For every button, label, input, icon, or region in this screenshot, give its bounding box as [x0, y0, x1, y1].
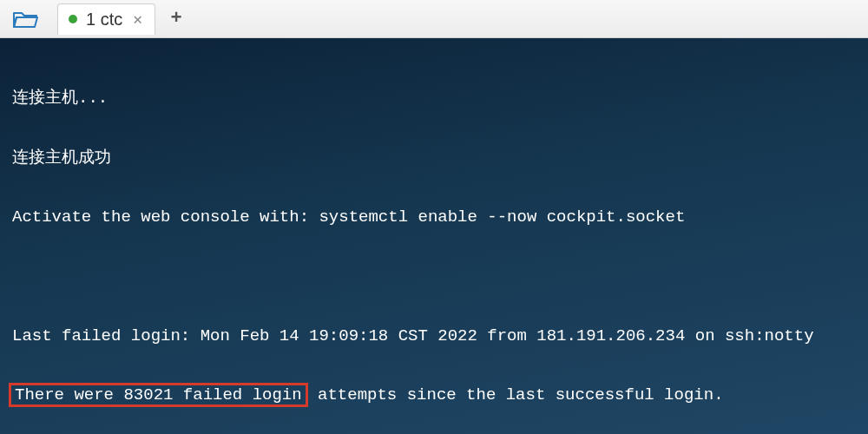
- tab-bar: 1 ctc ✕ +: [0, 0, 868, 38]
- terminal-line-failed-count: There were 83021 failed login attempts s…: [12, 380, 856, 410]
- terminal-blank-line: [12, 261, 856, 291]
- tab-label: 1 ctc: [86, 10, 122, 30]
- plus-icon: +: [170, 8, 181, 30]
- terminal-line: Activate the web console with: systemctl…: [12, 202, 856, 232]
- failed-login-highlight: There were 83021 failed login: [9, 383, 308, 407]
- terminal-line-last-failed: Last failed login: Mon Feb 14 19:09:18 C…: [12, 321, 856, 351]
- close-tab-icon[interactable]: ✕: [131, 10, 144, 29]
- terminal-pane[interactable]: 连接主机... 连接主机成功 Activate the web console …: [0, 38, 868, 434]
- open-folder-icon[interactable]: [7, 5, 45, 33]
- connection-status-dot-icon: [69, 15, 77, 23]
- add-tab-button[interactable]: +: [161, 3, 192, 35]
- terminal-line: 连接主机...: [12, 83, 856, 113]
- terminal-line: 连接主机成功: [12, 143, 856, 173]
- failed-login-suffix: attempts since the last successful login…: [308, 385, 724, 404]
- tab-1-ctc[interactable]: 1 ctc ✕: [57, 3, 155, 35]
